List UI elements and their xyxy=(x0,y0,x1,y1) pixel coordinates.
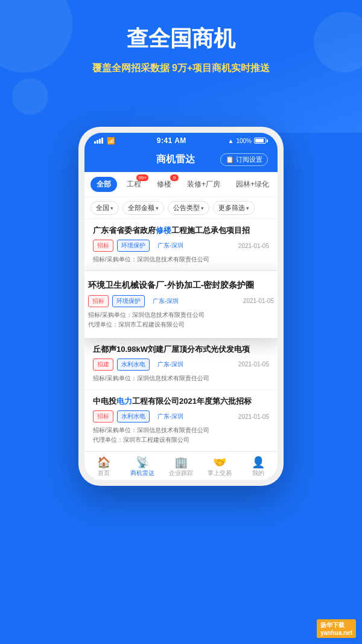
nav-trade[interactable]: 🤝 掌上交易 xyxy=(200,456,239,479)
tag-loc-4: 广东-深圳 xyxy=(153,410,188,422)
listing-meta-2b: 代理单位：深圳市工程建设有限公司 xyxy=(88,320,274,330)
nav-radar-label: 商机雷达 xyxy=(130,469,154,477)
main-container: 查全国商机 覆盖全网招采数据 9万+项目商机实时推送 📶 xyxy=(0,0,362,644)
tab-decoration[interactable]: 装修+厂房 xyxy=(181,177,226,192)
home-icon: 🏠 xyxy=(97,457,110,468)
tag-env-2: 环境保护 xyxy=(112,295,145,307)
subscribe-label: 订阅设置 xyxy=(236,155,262,164)
phone-screen: 📶 9:41 AM ▲ 100% xyxy=(84,133,278,480)
listing-item-2-expanded[interactable]: 环境卫生机械设备厂-外协加工-密封胶条护圈 招标 环境保护 广东-深圳 2021… xyxy=(84,271,278,338)
listing-item-3[interactable]: 丘都声10.98kW刘建厂屋顶分布式光伏发电项 拟建 水利水电 广东-深圳 20… xyxy=(84,338,278,390)
status-time: 9:41 AM xyxy=(157,136,186,145)
tag-recruit-4: 招标 xyxy=(93,410,113,422)
listing-meta-2a: 招标/采购单位：深圳信息技术有限责任公司 xyxy=(88,310,274,320)
listing-title-4: 中电投电力工程有限公司2021年度第六批招标 xyxy=(93,396,269,407)
listing-item-4[interactable]: 中电投电力工程有限公司2021年度第六批招标 招标 水利水电 广东-深圳 202… xyxy=(84,390,278,451)
filter-type[interactable]: 公告类型 xyxy=(168,201,209,215)
nav-profile[interactable]: 👤 我的 xyxy=(239,456,278,479)
nav-enterprise[interactable]: 🏢 企业跟踪 xyxy=(162,456,200,479)
subscribe-icon: 📋 xyxy=(226,156,234,164)
battery-percent: 100% xyxy=(236,138,252,144)
tab-garden[interactable]: 园林+绿化 xyxy=(230,177,275,192)
profile-icon: 👤 xyxy=(252,457,265,468)
tag-loc-2: 广东-深圳 xyxy=(148,295,183,307)
hero-subtitle: 覆盖全网招采数据 9万+项目商机实时推送 xyxy=(18,61,344,75)
signal-icon xyxy=(94,138,103,144)
subscribe-button[interactable]: 📋 订阅设置 xyxy=(220,153,268,166)
deco-circle-3 xyxy=(12,78,48,115)
watermark: 扬华下载 yanhua.net xyxy=(317,619,356,638)
tab-all[interactable]: 全部 xyxy=(91,177,117,192)
highlight-4: 电力 xyxy=(116,397,132,406)
tags-row-4: 招标 水利水电 广东-深圳 2021-01-05 xyxy=(93,410,269,422)
tags-row-1: 招标 环境保护 广东-深圳 2021-01-05 xyxy=(93,240,269,252)
wifi-icon: 📶 xyxy=(107,137,115,145)
nav-profile-label: 我的 xyxy=(252,469,264,477)
app-title: 商机雷达 xyxy=(156,153,195,166)
status-bar: 📶 9:41 AM ▲ 100% xyxy=(84,133,278,148)
watermark-site: 扬华下载 xyxy=(320,622,345,628)
tag-date-2: 2021-01-05 xyxy=(243,298,274,304)
listing-title-2: 环境卫生机械设备厂-外协加工-密封胶条护圈 xyxy=(88,279,274,292)
tag-water-3: 水利水电 xyxy=(117,359,150,371)
filter-bar: 全国 全部金额 公告类型 更多筛选 xyxy=(84,197,278,219)
hero-subtitle-highlight: 9万+ xyxy=(172,63,192,73)
nav-enterprise-label: 企业跟踪 xyxy=(169,469,193,477)
filter-amount[interactable]: 全部金额 xyxy=(122,201,164,215)
tab-renovation[interactable]: 修楼 9 xyxy=(151,177,177,192)
tag-water-4: 水利水电 xyxy=(117,410,150,422)
nav-home-label: 首页 xyxy=(98,469,110,477)
nav-home[interactable]: 🏠 首页 xyxy=(84,456,123,479)
listing-meta-4b: 代理单位：深圳市工程建设有限公司 xyxy=(93,435,269,445)
nav-radar[interactable]: 📡 商机雷达 xyxy=(123,456,162,479)
listing-meta-1: 招标/采购单位：深圳信息技术有限责任公司 xyxy=(93,255,269,264)
tags-row-3: 拟建 水利水电 广东-深圳 2021-01-05 xyxy=(93,359,269,371)
battery-icon xyxy=(254,138,268,144)
tag-loc-1: 广东-深圳 xyxy=(153,240,188,252)
listing-meta-3: 招标/采购单位：深圳信息技术有限责任公司 xyxy=(93,374,269,383)
highlight-1: 修楼 xyxy=(156,226,171,235)
nav-trade-label: 掌上交易 xyxy=(208,469,232,477)
hero-subtitle-suffix: 项目商机实时推送 xyxy=(192,63,270,73)
category-tabs: 全部 工程 99+ 修楼 9 装修+厂房 园林+绿化 xyxy=(84,172,278,197)
hero-section: 查全国商机 覆盖全网招采数据 9万+项目商机实时推送 xyxy=(0,0,362,133)
filter-more[interactable]: 更多筛选 xyxy=(213,201,255,215)
tag-recruit-2: 招标 xyxy=(88,295,109,307)
listing-title-3: 丘都声10.98kW刘建厂屋顶分布式光伏发电项 xyxy=(93,344,269,355)
badge-engineering: 99+ xyxy=(136,174,148,181)
filter-region[interactable]: 全国 xyxy=(91,201,119,215)
status-right: ▲ 100% xyxy=(228,138,268,144)
phone-outer: 📶 9:41 AM ▲ 100% xyxy=(78,127,284,486)
trade-icon: 🤝 xyxy=(213,457,226,468)
badge-renovation: 9 xyxy=(170,174,179,181)
bottom-nav: 🏠 首页 📡 商机雷达 🏢 企业跟踪 🤝 掌上交易 xyxy=(84,451,278,480)
tag-planned-3: 拟建 xyxy=(93,359,113,371)
tag-date-3: 2021-01-05 xyxy=(238,361,269,368)
listing-title-1: 广东省省委省政府修楼工程施工总承包项目招 xyxy=(93,225,269,236)
phone-mockup: 📶 9:41 AM ▲ 100% xyxy=(78,127,284,486)
tag-date-1: 2021-01-05 xyxy=(238,243,269,249)
enterprise-icon: 🏢 xyxy=(174,457,188,468)
tags-row-2: 招标 环境保护 广东-深圳 2021-01-05 xyxy=(88,295,274,307)
hero-subtitle-prefix: 覆盖全网招采数据 xyxy=(92,63,172,73)
radar-icon: 📡 xyxy=(136,457,149,468)
tag-loc-3: 广东-深圳 xyxy=(153,359,188,371)
app-header: 商机雷达 📋 订阅设置 xyxy=(84,148,278,172)
bluetooth-icon: ▲ xyxy=(228,138,234,144)
listing-meta-4a: 招标/采购单位：深圳信息技术有限责任公司 xyxy=(93,426,269,435)
tag-date-4: 2021-01-05 xyxy=(238,413,269,420)
tag-env-1: 环境保护 xyxy=(117,240,150,252)
listing-item-1[interactable]: 广东省省委省政府修楼工程施工总承包项目招 招标 环境保护 广东-深圳 2021-… xyxy=(84,219,278,271)
status-left: 📶 xyxy=(94,137,115,145)
watermark-url: yanhua.net xyxy=(320,630,352,636)
tag-recruit-1: 招标 xyxy=(93,240,113,252)
tab-engineering[interactable]: 工程 99+ xyxy=(121,177,147,192)
